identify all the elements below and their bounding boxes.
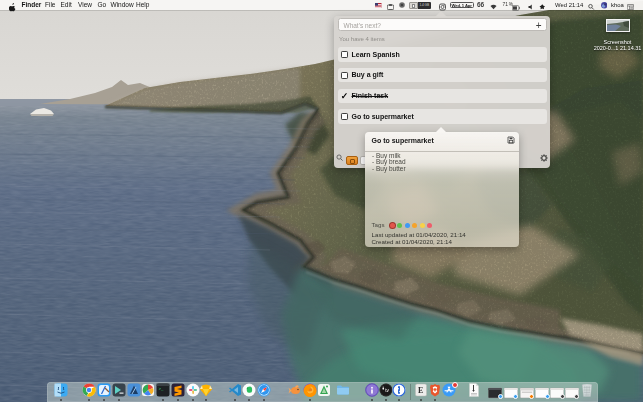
svg-text:tv: tv	[385, 388, 389, 393]
svg-text:>_: >_	[159, 387, 164, 391]
svg-text:E: E	[418, 386, 423, 395]
